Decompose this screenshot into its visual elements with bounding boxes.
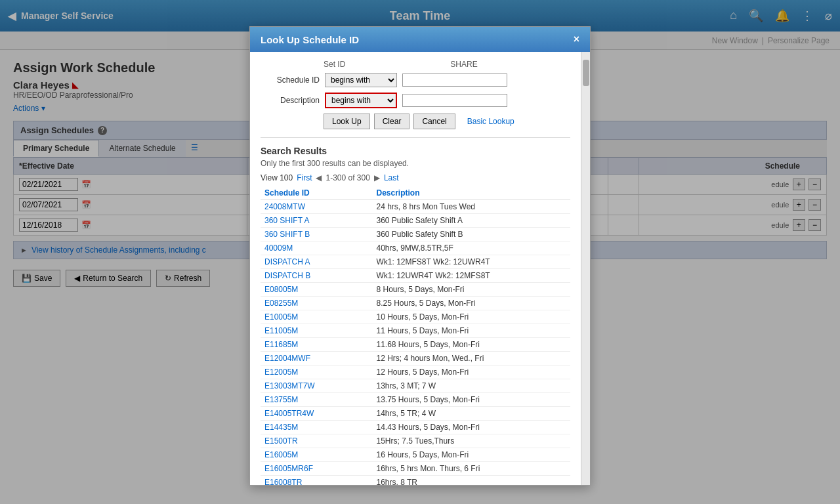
description-cell: 14hrs, 5 TR; 4 W (372, 407, 570, 421)
col-description-header: Description (372, 186, 570, 200)
schedule-id-link[interactable]: E16008TR (264, 478, 302, 485)
results-table: Schedule ID Description 24008MTW24 hrs, … (261, 186, 570, 485)
results-title: Search Results (261, 146, 570, 156)
schedule-id-link[interactable]: E08255M (264, 299, 298, 308)
schedule-id-cell: E13755M (261, 393, 372, 407)
schedule-id-condition[interactable]: begins with contains equals ends with (325, 73, 397, 87)
modal-close-button[interactable]: × (574, 33, 579, 45)
description-cell: 13hrs, 3 MT; 7 W (372, 379, 570, 393)
first-nav[interactable]: First (297, 173, 312, 182)
scroll-thumb[interactable] (583, 60, 589, 86)
schedule-id-link[interactable]: E11005M (264, 326, 298, 335)
basic-lookup-button[interactable]: Basic Lookup (459, 114, 522, 129)
list-item: 40009M40hrs, 9MW,8.5TR,5F (261, 242, 570, 255)
schedule-id-link[interactable]: E12004MWF (264, 354, 310, 363)
schedule-id-cell: E10005M (261, 310, 372, 324)
list-item: 360 SHIFT A360 Public Safety Shift A (261, 214, 570, 228)
schedule-id-link[interactable]: 360 SHIFT A (264, 216, 309, 225)
list-item: E12004MWF12 Hrs; 4 hours Mon, Wed., Fri (261, 352, 570, 366)
schedule-id-link[interactable]: 40009M (264, 243, 293, 253)
schedule-id-link[interactable]: 24008MTW (264, 202, 305, 211)
list-item: DISPATCH AWk1: 12MFS8T Wk2: 12UWR4T (261, 255, 570, 269)
schedule-id-link[interactable]: DISPATCH B (264, 271, 310, 280)
schedule-id-link[interactable]: E13003MT7W (264, 381, 315, 390)
modal-content-row: Set ID SHARE Schedule ID begins with con… (250, 52, 590, 485)
description-cell: 40hrs, 9MW,8.5TR,5F (372, 242, 570, 255)
list-item: E08005M8 Hours, 5 Days, Mon-Fri (261, 283, 570, 297)
list-item: E13755M13.75 Hours, 5 Days, Mon-Fri (261, 393, 570, 407)
filter-row-description: Description begins with contains equals … (261, 93, 570, 108)
schedule-id-cell: 360 SHIFT B (261, 228, 372, 242)
filter-row-schedule-id: Schedule ID begins with contains equals … (261, 73, 570, 87)
schedule-id-link[interactable]: E1500TR (264, 436, 298, 446)
list-item: E16005MR6F16hrs, 5 hrs Mon. Thurs, 6 Fri (261, 462, 570, 476)
schedule-id-link[interactable]: E11685M (264, 340, 298, 349)
description-cell: 12 Hours, 5 Days, Mon-Fri (372, 366, 570, 379)
description-cell: 14.43 Hours, 5 Days, Mon-Fri (372, 421, 570, 434)
clear-button[interactable]: Clear (374, 114, 410, 129)
list-item: E13003MT7W13hrs, 3 MT; 7 W (261, 379, 570, 393)
description-cell: 16hrs, 5 hrs Mon. Thurs, 6 Fri (372, 462, 570, 476)
schedule-id-cell: E11005M (261, 324, 372, 338)
modal-action-buttons: Look Up Clear Cancel Basic Lookup (261, 114, 570, 129)
schedule-id-link[interactable]: E10005M (264, 312, 298, 322)
schedule-id-link[interactable]: E13755M (264, 395, 298, 404)
schedule-id-link[interactable]: DISPATCH A (264, 257, 310, 266)
cancel-button[interactable]: Cancel (413, 114, 455, 129)
description-cell: Wk1: 12MFS8T Wk2: 12UWR4T (372, 255, 570, 269)
set-id-col-header: Set ID (324, 60, 345, 69)
schedule-id-cell: E16005MR6F (261, 462, 372, 476)
schedule-id-cell: 24008MTW (261, 200, 372, 214)
modal-header: Look Up Schedule ID × (250, 27, 590, 52)
list-item: E16005M16 Hours, 5 Days, Mon-Fri (261, 448, 570, 462)
results-note: Only the first 300 results can be displa… (261, 159, 570, 168)
schedule-id-cell: E12004MWF (261, 352, 372, 366)
schedule-id-label: Schedule ID (261, 75, 320, 85)
list-item: DISPATCH BWk1: 12UWR4T Wk2: 12MFS8T (261, 269, 570, 283)
modal-scrollbar[interactable] (581, 52, 590, 485)
description-cell: 12 Hrs; 4 hours Mon, Wed., Fri (372, 352, 570, 366)
description-input[interactable] (402, 94, 507, 107)
schedule-id-link[interactable]: E14005TR4W (264, 409, 314, 418)
schedule-id-link[interactable]: E14435M (264, 423, 298, 432)
search-results-section: Search Results Only the first 300 result… (261, 146, 570, 485)
description-condition[interactable]: begins with contains equals ends with (325, 93, 397, 108)
look-up-button[interactable]: Look Up (324, 114, 370, 129)
modal-title: Look Up Schedule ID (261, 34, 359, 45)
description-cell: 16 Hours, 5 Days, Mon-Fri (372, 448, 570, 462)
description-cell: 24 hrs, 8 hrs Mon Tues Wed (372, 200, 570, 214)
schedule-id-cell: E16005M (261, 448, 372, 462)
schedule-id-link[interactable]: E16005MR6F (264, 464, 313, 473)
description-cell: 15Hrs; 7.5 Tues,Thurs (372, 434, 570, 448)
schedule-id-link[interactable]: E16005M (264, 450, 298, 459)
count-label: 1-300 of 300 (326, 173, 369, 182)
description-cell: 16hrs, 8 TR (372, 476, 570, 486)
schedule-id-link[interactable]: E08005M (264, 285, 298, 294)
list-item: E14005TR4W14hrs, 5 TR; 4 W (261, 407, 570, 421)
schedule-id-link[interactable]: E12005M (264, 368, 298, 377)
list-item: E11005M11 Hours, 5 Days, Mon-Fri (261, 324, 570, 338)
modal-overlay: Look Up Schedule ID × Set ID SHARE Sched… (0, 0, 840, 504)
description-cell: 360 Public Safety Shift A (372, 214, 570, 228)
schedule-id-link[interactable]: 360 SHIFT B (264, 230, 310, 239)
description-label: Description (261, 96, 320, 105)
description-cell: 360 Public Safety Shift B (372, 228, 570, 242)
list-item: E1500TR15Hrs; 7.5 Tues,Thurs (261, 434, 570, 448)
description-cell: 13.75 Hours, 5 Days, Mon-Fri (372, 393, 570, 407)
schedule-id-cell: E12005M (261, 366, 372, 379)
schedule-id-cell: E08255M (261, 297, 372, 310)
modal-body: Set ID SHARE Schedule ID begins with con… (250, 52, 581, 485)
list-item: E14435M14.43 Hours, 5 Days, Mon-Fri (261, 421, 570, 434)
schedule-id-cell: DISPATCH B (261, 269, 372, 283)
schedule-id-cell: E13003MT7W (261, 379, 372, 393)
lookup-modal: Look Up Schedule ID × Set ID SHARE Sched… (249, 26, 591, 486)
last-nav[interactable]: Last (384, 173, 399, 182)
results-nav: View 100 First ◀ 1-300 of 300 ▶ Last (261, 173, 570, 182)
next-nav-icon[interactable]: ▶ (374, 173, 380, 182)
prev-nav-icon[interactable]: ◀ (316, 173, 322, 182)
list-item: E16008TR16hrs, 8 TR (261, 476, 570, 486)
description-cell: 11 Hours, 5 Days, Mon-Fri (372, 324, 570, 338)
schedule-id-input[interactable] (402, 74, 507, 87)
list-item: E12005M12 Hours, 5 Days, Mon-Fri (261, 366, 570, 379)
description-cell: 10 Hours, 5 Days, Mon-Fri (372, 310, 570, 324)
